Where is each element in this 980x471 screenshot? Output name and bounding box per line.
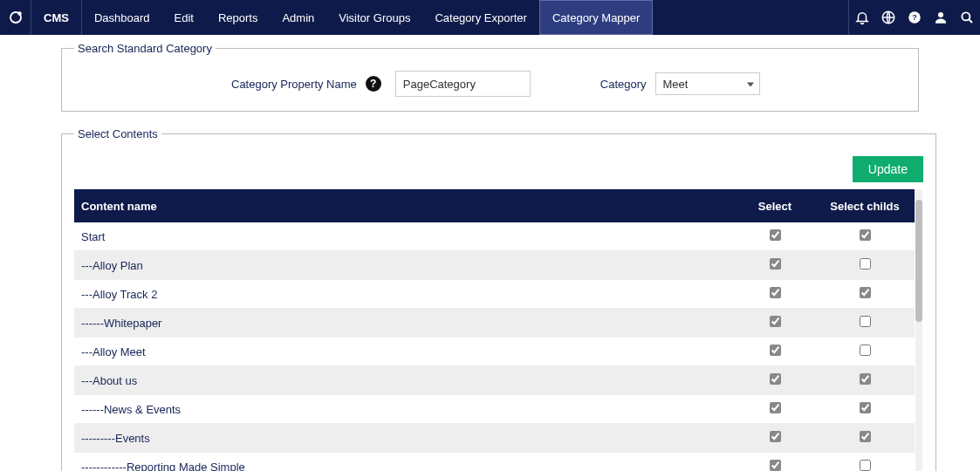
- select-childs-cell: [815, 453, 915, 472]
- search-icon[interactable]: [954, 0, 980, 35]
- table-row: ---About us: [74, 366, 915, 395]
- svg-text:?: ?: [912, 13, 917, 22]
- orbit-icon: [8, 10, 24, 25]
- bell-icon[interactable]: [849, 0, 875, 35]
- search-fieldset: Search Standard Category Category Proper…: [61, 42, 919, 112]
- category-label: Category: [600, 78, 647, 91]
- search-legend: Search Standard Category: [74, 42, 216, 55]
- nav-brand[interactable]: CMS: [31, 0, 82, 35]
- select-checkbox[interactable]: [770, 402, 781, 413]
- nav-item-category-exporter[interactable]: Category Exporter: [422, 0, 539, 35]
- select-childs-cell: [815, 395, 915, 424]
- contents-fieldset: Select Contents Update Content name Sele…: [61, 127, 936, 471]
- scrollbar[interactable]: ▲: [915, 189, 923, 471]
- select-childs-cell: [815, 251, 915, 280]
- content-name-cell: ---Alloy Track 2: [74, 280, 735, 309]
- table-row: ------Whitepaper: [74, 309, 915, 338]
- select-cell: [735, 395, 815, 424]
- nav-item-reports[interactable]: Reports: [206, 0, 271, 35]
- select-cell: [735, 338, 815, 366]
- help-icon[interactable]: ?: [901, 0, 928, 35]
- nav-right-group: ?: [848, 0, 980, 35]
- property-name-label: Category Property Name: [231, 78, 357, 91]
- select-cell: [735, 424, 815, 453]
- select-childs-checkbox[interactable]: [860, 287, 871, 298]
- contents-legend: Select Contents: [74, 127, 161, 140]
- select-childs-checkbox[interactable]: [860, 373, 871, 385]
- content-name-cell: ---------Events: [74, 424, 735, 453]
- content-name-cell: ---About us: [74, 366, 735, 395]
- select-childs-checkbox[interactable]: [860, 431, 871, 442]
- content-name-cell: ---Alloy Meet: [74, 338, 735, 366]
- globe-icon[interactable]: [875, 0, 901, 35]
- select-checkbox[interactable]: [770, 258, 781, 270]
- col-content-name: Content name: [74, 189, 735, 222]
- app-logo[interactable]: [0, 0, 31, 35]
- select-checkbox[interactable]: [770, 460, 781, 471]
- select-childs-cell: [815, 424, 915, 453]
- select-childs-cell: [815, 280, 915, 309]
- select-childs-checkbox[interactable]: [860, 316, 871, 327]
- category-selected-value: Meet: [663, 78, 689, 91]
- nav-item-dashboard[interactable]: Dashboard: [82, 0, 162, 35]
- user-icon[interactable]: [928, 0, 954, 35]
- top-nav: CMS DashboardEditReportsAdminVisitor Gro…: [0, 0, 980, 35]
- nav-item-edit[interactable]: Edit: [162, 0, 206, 35]
- scrollbar-thumb[interactable]: [915, 200, 922, 322]
- category-select[interactable]: Meet: [655, 72, 760, 95]
- select-childs-checkbox[interactable]: [860, 345, 871, 356]
- update-button[interactable]: Update: [853, 156, 923, 182]
- table-row: ---Alloy Track 2: [74, 280, 915, 309]
- select-childs-cell: [815, 222, 915, 251]
- select-checkbox[interactable]: [770, 373, 781, 385]
- table-row: ---Alloy Plan: [74, 251, 915, 280]
- col-select: Select: [735, 189, 815, 222]
- select-childs-checkbox[interactable]: [860, 460, 871, 471]
- content-name-cell: ------Whitepaper: [74, 309, 735, 338]
- content-name-cell: Start: [74, 222, 735, 251]
- help-circle-icon[interactable]: ?: [366, 76, 381, 92]
- col-select-childs: Select childs: [815, 189, 915, 222]
- select-childs-cell: [815, 338, 915, 366]
- select-cell: [735, 366, 815, 395]
- select-childs-cell: [815, 366, 915, 395]
- select-checkbox[interactable]: [770, 316, 781, 327]
- svg-point-1: [17, 11, 22, 16]
- select-childs-checkbox[interactable]: [860, 402, 871, 413]
- nav-left-group: CMS DashboardEditReportsAdminVisitor Gro…: [31, 0, 653, 35]
- select-cell: [735, 222, 815, 251]
- select-checkbox[interactable]: [770, 287, 781, 298]
- content-name-cell: ------News & Events: [74, 395, 735, 424]
- select-checkbox[interactable]: [770, 229, 781, 241]
- contents-table: Content name Select Select childs Start-…: [74, 189, 915, 471]
- table-row: ---------Events: [74, 424, 915, 453]
- content-name-cell: ---Alloy Plan: [74, 251, 735, 280]
- table-row: ------News & Events: [74, 395, 915, 424]
- content-name-cell: ------------Reporting Made Simple: [74, 453, 735, 472]
- select-cell: [735, 309, 815, 338]
- select-childs-cell: [815, 309, 915, 338]
- svg-point-6: [962, 12, 970, 20]
- select-childs-checkbox[interactable]: [860, 258, 871, 270]
- table-row: ------------Reporting Made Simple: [74, 453, 915, 472]
- nav-item-category-mapper[interactable]: Category Mapper: [539, 0, 653, 35]
- svg-point-5: [938, 12, 943, 17]
- select-childs-checkbox[interactable]: [860, 229, 871, 241]
- select-cell: [735, 280, 815, 309]
- select-checkbox[interactable]: [770, 345, 781, 356]
- property-name-input[interactable]: [395, 71, 531, 97]
- nav-item-visitor-groups[interactable]: Visitor Groups: [326, 0, 422, 35]
- nav-item-admin[interactable]: Admin: [270, 0, 326, 35]
- select-cell: [735, 251, 815, 280]
- select-checkbox[interactable]: [770, 431, 781, 442]
- table-row: Start: [74, 222, 915, 251]
- table-row: ---Alloy Meet: [74, 338, 915, 366]
- select-cell: [735, 453, 815, 472]
